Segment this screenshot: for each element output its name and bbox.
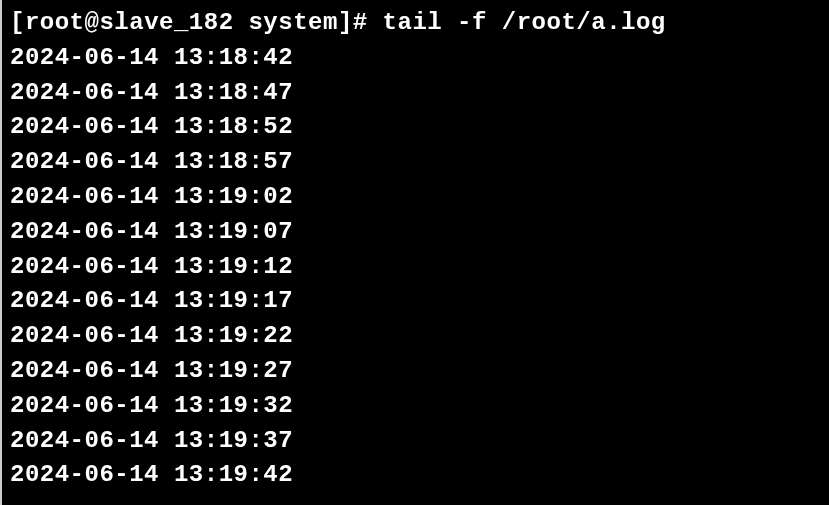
log-line: 2024-06-14 13:18:42 [10, 41, 821, 76]
log-line: 2024-06-14 13:19:27 [10, 354, 821, 389]
prompt-open-bracket: [ [10, 9, 25, 36]
log-line: 2024-06-14 13:19:12 [10, 250, 821, 285]
log-line: 2024-06-14 13:19:02 [10, 180, 821, 215]
log-line: 2024-06-14 13:19:22 [10, 319, 821, 354]
prompt-user: root [25, 9, 85, 36]
prompt-close-bracket: ] [338, 9, 353, 36]
log-line: 2024-06-14 13:18:57 [10, 145, 821, 180]
prompt-space2 [368, 9, 383, 36]
log-line: 2024-06-14 13:19:37 [10, 424, 821, 459]
prompt-command: tail -f /root/a.log [383, 9, 666, 36]
terminal-prompt-line[interactable]: [root@slave_182 system]# tail -f /root/a… [10, 6, 821, 41]
prompt-symbol: # [353, 9, 368, 36]
prompt-cwd: system [248, 9, 337, 36]
prompt-host: slave_182 [99, 9, 233, 36]
log-output: 2024-06-14 13:18:422024-06-14 13:18:4720… [10, 41, 821, 493]
prompt-at: @ [85, 9, 100, 36]
log-line: 2024-06-14 13:19:42 [10, 458, 821, 493]
log-line: 2024-06-14 13:19:07 [10, 215, 821, 250]
prompt-space1 [234, 9, 249, 36]
log-line: 2024-06-14 13:19:32 [10, 389, 821, 424]
log-line: 2024-06-14 13:18:52 [10, 110, 821, 145]
log-line: 2024-06-14 13:19:17 [10, 284, 821, 319]
log-line: 2024-06-14 13:18:47 [10, 76, 821, 111]
